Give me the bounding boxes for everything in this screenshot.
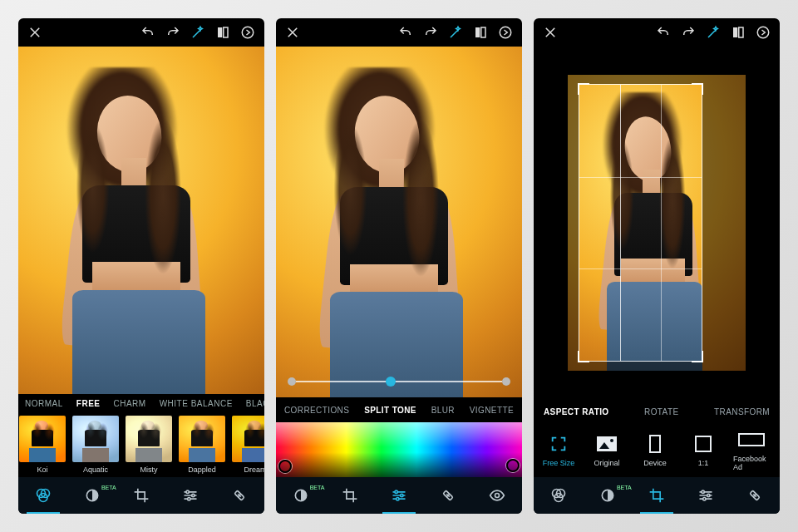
tab-rotate[interactable]: ROTATE (644, 407, 678, 416)
picker-ring-highlight[interactable] (506, 459, 520, 472)
nav-adjust-icon[interactable] (382, 479, 416, 512)
undo-icon[interactable] (396, 22, 416, 42)
nav-looks-icon[interactable] (542, 479, 575, 512)
cat-normal[interactable]: NORMAL (25, 399, 63, 408)
filter-thumbnail-row[interactable]: Koi Aquatic Misty Dappled Dream (18, 412, 264, 477)
wand-icon[interactable] (703, 22, 723, 42)
compare-icon[interactable] (213, 22, 233, 42)
crop-frame[interactable] (579, 84, 702, 362)
ratio-label: Original (594, 459, 619, 467)
nav-looks-icon[interactable] (27, 479, 60, 512)
next-icon[interactable] (495, 22, 515, 42)
crop-photo[interactable] (568, 75, 745, 371)
cat-free[interactable]: FREE (76, 399, 101, 408)
tab-vignette[interactable]: VIGNETTE (470, 406, 514, 415)
topbar (18, 18, 264, 47)
original-icon (594, 434, 620, 454)
compare-icon[interactable] (728, 22, 748, 42)
bottom-nav: BETA (534, 477, 780, 514)
close-icon[interactable] (540, 22, 560, 42)
crop-handle-bl[interactable] (578, 351, 589, 362)
redo-icon[interactable] (678, 22, 698, 42)
svg-point-17 (397, 498, 399, 500)
wand-icon[interactable] (446, 22, 466, 42)
ratio-facebook-ad[interactable]: Facebook Ad (733, 430, 770, 471)
screen-split-tone: CORRECTIONS SPLIT TONE BLUR VIGNETTE BET… (276, 18, 522, 514)
svg-point-9 (188, 498, 190, 500)
nav-heal-icon[interactable] (738, 479, 771, 512)
filter-misty[interactable]: Misty (125, 416, 173, 477)
aspect-ratio-row[interactable]: Free Size Original Device 1:1 Facebook A… (534, 424, 780, 477)
bottom-nav: BETA (276, 477, 522, 514)
grid-line (661, 85, 662, 362)
svg-point-7 (186, 490, 189, 493)
grid-line (620, 85, 621, 362)
svg-point-29 (703, 498, 706, 500)
screen-filters: NORMAL FREE CHARM WHITE BALANCE BLACK Ko… (18, 18, 264, 514)
nav-underline (640, 512, 673, 514)
redo-icon[interactable] (163, 22, 183, 42)
nav-redeye-icon[interactable] (480, 479, 514, 512)
topbar (534, 18, 780, 47)
undo-icon[interactable] (653, 22, 673, 42)
thumb-image (19, 416, 66, 462)
crop-canvas[interactable] (534, 47, 780, 399)
next-icon[interactable] (753, 22, 773, 42)
cat-black[interactable]: BLACK (246, 399, 264, 408)
undo-icon[interactable] (138, 22, 158, 42)
nav-effects-icon[interactable]: BETA (76, 479, 109, 512)
compare-icon[interactable] (470, 22, 490, 42)
nav-crop-icon[interactable] (333, 479, 367, 512)
nav-effects-icon[interactable]: BETA (591, 479, 624, 512)
slider[interactable] (276, 366, 522, 397)
nav-crop-icon[interactable] (125, 479, 158, 512)
picker-ring-shadow[interactable] (278, 460, 292, 473)
slider-track[interactable] (296, 381, 502, 382)
ratio-free-size[interactable]: Free Size (540, 434, 577, 467)
cat-white-balance[interactable]: WHITE BALANCE (160, 399, 233, 408)
close-icon[interactable] (283, 22, 303, 42)
thumb-label: Dream (244, 466, 264, 474)
nav-effects-icon[interactable]: BETA (284, 479, 318, 512)
filter-aquatic[interactable]: Aquatic (71, 416, 120, 477)
close-icon[interactable] (25, 22, 45, 42)
photo-canvas[interactable] (276, 47, 522, 397)
ratio-device[interactable]: Device (637, 434, 673, 467)
svg-rect-12 (481, 27, 485, 37)
slider-knob[interactable] (386, 377, 396, 387)
nav-heal-icon[interactable] (223, 479, 256, 512)
photo-canvas[interactable] (18, 47, 264, 394)
ratio-original[interactable]: Original (589, 434, 625, 467)
thumb-image (232, 416, 264, 462)
ratio-1-1[interactable]: 1:1 (685, 434, 722, 467)
wand-icon[interactable] (188, 22, 208, 42)
nav-crop-icon[interactable] (640, 479, 673, 512)
crop-handle-tl[interactable] (578, 83, 589, 95)
tab-corrections[interactable]: CORRECTIONS (284, 406, 349, 415)
filter-dream[interactable]: Dream (231, 416, 264, 477)
hue-picker[interactable] (276, 422, 522, 477)
cat-charm[interactable]: CHARM (113, 399, 145, 408)
filter-category-row[interactable]: NORMAL FREE CHARM WHITE BALANCE BLACK (18, 394, 264, 412)
crop-handle-br[interactable] (692, 351, 703, 362)
next-icon[interactable] (238, 22, 258, 42)
thumb-image (72, 416, 119, 462)
svg-rect-20 (733, 27, 737, 37)
tab-aspect-ratio[interactable]: ASPECT RATIO (544, 407, 609, 416)
filter-dappled[interactable]: Dappled (178, 416, 226, 477)
filter-koi[interactable]: Koi (18, 416, 66, 477)
crop-handle-tr[interactable] (692, 83, 703, 95)
tab-split-tone[interactable]: SPLIT TONE (364, 406, 416, 415)
thumb-label: Misty (140, 466, 158, 474)
nav-heal-icon[interactable] (431, 479, 465, 512)
svg-rect-1 (224, 27, 228, 37)
ratio-label: Facebook Ad (733, 455, 770, 471)
redo-icon[interactable] (421, 22, 441, 42)
svg-rect-11 (475, 27, 480, 37)
tab-transform[interactable]: TRANSFORM (714, 407, 770, 416)
thumb-label: Dappled (188, 466, 216, 474)
nav-adjust-icon[interactable] (689, 479, 722, 512)
tab-blur[interactable]: BLUR (431, 406, 455, 415)
nav-adjust-icon[interactable] (174, 479, 207, 512)
screen-crop: ASPECT RATIO ROTATE TRANSFORM Free Size … (534, 18, 780, 514)
